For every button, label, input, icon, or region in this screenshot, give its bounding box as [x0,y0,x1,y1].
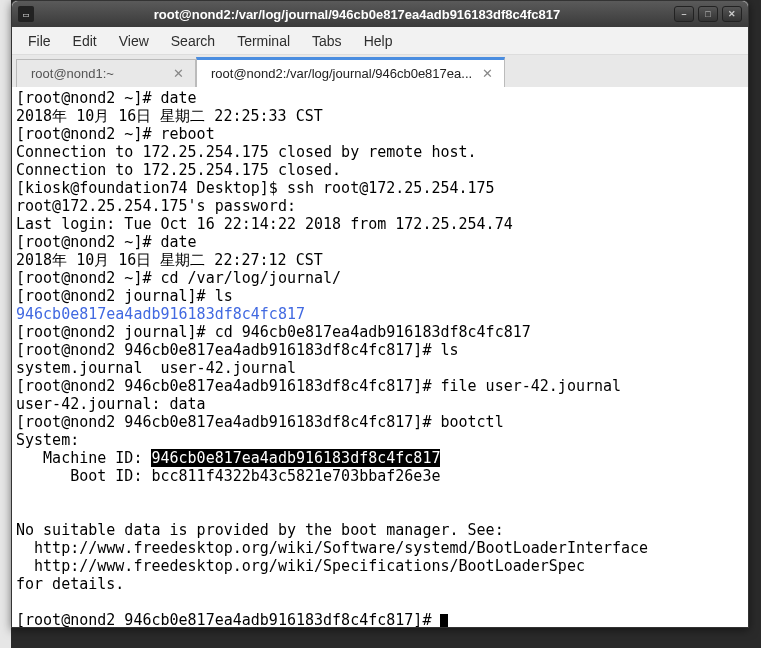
term-line: Boot ID: bcc811f4322b43c5821e703bbaf26e3… [16,467,440,485]
term-line: System: [16,431,79,449]
machine-id-highlight: 946cb0e817ea4adb916183df8c4fc817 [151,449,440,467]
window-titlebar[interactable]: ▭ root@nond2:/var/log/journal/946cb0e817… [12,1,748,27]
term-line: user-42.journal: data [16,395,206,413]
menu-help[interactable]: Help [354,29,403,53]
term-line: Last login: Tue Oct 16 22:14:22 2018 fro… [16,215,513,233]
menu-search[interactable]: Search [161,29,225,53]
menu-tabs[interactable]: Tabs [302,29,352,53]
term-line: [root@nond2 journal]# cd 946cb0e817ea4ad… [16,323,531,341]
terminal-output[interactable]: [root@nond2 ~]# date 2018年 10月 16日 星期二 2… [12,87,748,627]
terminal-window: ▭ root@nond2:/var/log/journal/946cb0e817… [11,0,749,628]
close-icon[interactable]: ✕ [480,67,494,81]
term-line: for details. [16,575,124,593]
term-line: 2018年 10月 16日 星期二 22:27:12 CST [16,251,323,269]
tab-nond2-journal[interactable]: root@nond2:/var/log/journal/946cb0e817ea… [196,57,505,87]
term-line: Machine ID: [16,449,151,467]
term-line: root@172.25.254.175's password: [16,197,305,215]
directory-link: 946cb0e817ea4adb916183df8c4fc817 [16,305,305,323]
window-title: root@nond2:/var/log/journal/946cb0e817ea… [40,7,674,22]
menubar: File Edit View Search Terminal Tabs Help [12,27,748,55]
prompt-line: [root@nond2 946cb0e817ea4adb916183df8c4f… [16,611,440,627]
close-icon[interactable]: ✕ [171,67,185,81]
menu-file[interactable]: File [18,29,61,53]
menu-terminal[interactable]: Terminal [227,29,300,53]
menu-edit[interactable]: Edit [63,29,107,53]
minimize-button[interactable]: – [674,6,694,22]
term-line: [root@nond2 journal]# ls [16,287,233,305]
menu-view[interactable]: View [109,29,159,53]
term-line: [root@nond2 ~]# reboot [16,125,215,143]
window-controls: – □ ✕ [674,6,742,22]
background-fragment [0,0,11,648]
term-line: [root@nond2 ~]# date [16,233,197,251]
term-line: [kiosk@foundation74 Desktop]$ ssh root@1… [16,179,495,197]
tabbar: root@nond1:~ ✕ root@nond2:/var/log/journ… [12,55,748,87]
term-line: [root@nond2 ~]# cd /var/log/journal/ [16,269,341,287]
maximize-button[interactable]: □ [698,6,718,22]
close-button[interactable]: ✕ [722,6,742,22]
term-line: 2018年 10月 16日 星期二 22:25:33 CST [16,107,323,125]
tab-label: root@nond1:~ [31,66,163,81]
term-line: [root@nond2 946cb0e817ea4adb916183df8c4f… [16,413,504,431]
term-line: [root@nond2 946cb0e817ea4adb916183df8c4f… [16,377,621,395]
term-line: [root@nond2 946cb0e817ea4adb916183df8c4f… [16,341,459,359]
cursor-icon [440,614,448,627]
app-icon: ▭ [18,6,34,22]
term-line: [root@nond2 ~]# date [16,89,197,107]
term-line: http://www.freedesktop.org/wiki/Software… [16,539,648,557]
term-line: No suitable data is provided by the boot… [16,521,504,539]
tab-nond1[interactable]: root@nond1:~ ✕ [16,59,196,87]
term-line: system.journal user-42.journal [16,359,296,377]
term-line: http://www.freedesktop.org/wiki/Specific… [16,557,585,575]
term-line: Connection to 172.25.254.175 closed. [16,161,341,179]
tab-label: root@nond2:/var/log/journal/946cb0e817ea… [211,66,472,81]
term-line: Connection to 172.25.254.175 closed by r… [16,143,477,161]
